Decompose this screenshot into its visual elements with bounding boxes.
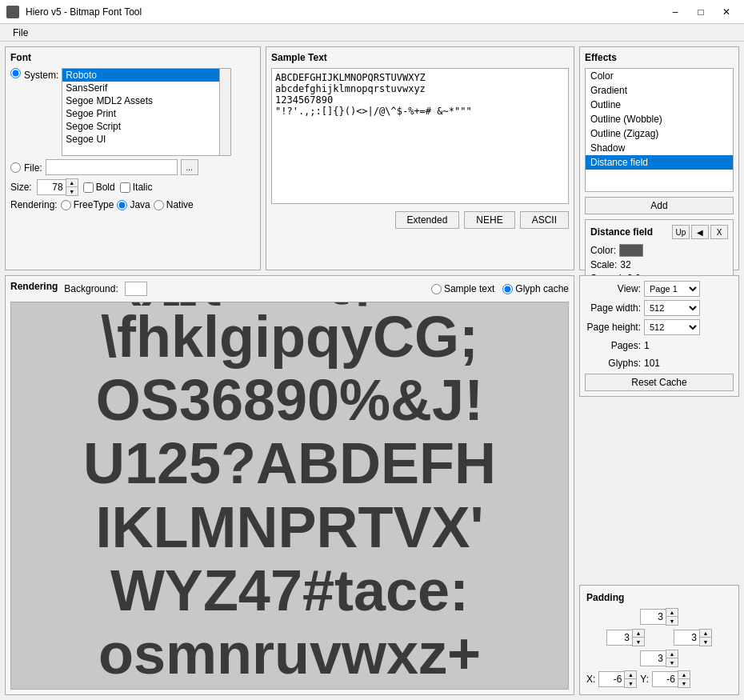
file-input[interactable] bbox=[46, 159, 178, 175]
padding-bottom-spinner[interactable]: ▲ ▼ bbox=[666, 650, 678, 667]
padding-top-down[interactable]: ▼ bbox=[666, 617, 678, 625]
padding-bottom-input[interactable] bbox=[640, 650, 666, 666]
color-row: Color: bbox=[590, 244, 728, 257]
font-list-scrollbar[interactable] bbox=[220, 68, 231, 156]
font-item-roboto[interactable]: Roboto bbox=[62, 69, 219, 82]
reset-cache-button[interactable]: Reset Cache bbox=[585, 374, 734, 391]
size-input[interactable]: 78 bbox=[37, 179, 66, 195]
effect-close-button[interactable]: X bbox=[710, 225, 728, 239]
bold-label[interactable]: Bold bbox=[83, 182, 115, 193]
padding-grid: ▲ ▼ ▲ ▼ bbox=[586, 608, 732, 667]
font-item-sansserif[interactable]: SansSerif bbox=[62, 82, 219, 94]
effect-color[interactable]: Color bbox=[586, 69, 733, 83]
java-radio[interactable] bbox=[117, 200, 127, 210]
menu-file[interactable]: File bbox=[6, 26, 34, 40]
padding-top-up[interactable]: ▲ bbox=[666, 609, 678, 617]
java-option[interactable]: Java bbox=[117, 199, 150, 210]
y-label: Y: bbox=[640, 674, 649, 685]
effect-up-button[interactable]: Up bbox=[672, 225, 690, 239]
native-radio[interactable] bbox=[154, 200, 164, 210]
scale-row: Scale: 32 bbox=[590, 259, 728, 270]
color-swatch[interactable] bbox=[619, 244, 643, 257]
padding-right-up[interactable]: ▲ bbox=[700, 630, 711, 638]
padding-left-down[interactable]: ▼ bbox=[633, 638, 644, 646]
size-spinner[interactable]: ▲ ▼ bbox=[66, 178, 78, 196]
x-down[interactable]: ▼ bbox=[625, 679, 636, 687]
sample-textarea[interactable]: ABCDEFGHIJKLMNOPQRSTUVWXYZ abcdefghijklm… bbox=[271, 68, 569, 204]
freetype-radio[interactable] bbox=[61, 200, 71, 210]
sample-text-option[interactable]: Sample text bbox=[431, 283, 494, 294]
effect-prev-button[interactable]: ◀ bbox=[691, 225, 709, 239]
title-bar-left: Hiero v5 - Bitmap Font Tool bbox=[6, 6, 142, 18]
nehe-button[interactable]: NEHE bbox=[464, 211, 514, 229]
file-row: File: ... bbox=[10, 159, 255, 175]
size-up-button[interactable]: ▲ bbox=[66, 179, 78, 187]
padding-top-spinner[interactable]: ▲ ▼ bbox=[666, 608, 678, 626]
padding-right-down[interactable]: ▼ bbox=[700, 638, 711, 646]
page-width-row: Page width: 512 256 1024 bbox=[585, 300, 734, 316]
padding-left-input[interactable] bbox=[606, 630, 632, 646]
font-item-segoe-mdl2[interactable]: Segoe MDL2 Assets bbox=[62, 94, 219, 107]
extended-button[interactable]: Extended bbox=[395, 211, 460, 229]
system-radio[interactable] bbox=[10, 68, 21, 78]
glyph-cache-option[interactable]: Glyph cache bbox=[502, 283, 569, 294]
bg-color-swatch[interactable] bbox=[125, 282, 147, 296]
padding-bottom-row: ▲ ▼ bbox=[640, 650, 678, 667]
effect-shadow[interactable]: Shadow bbox=[586, 141, 733, 155]
page-height-row: Page height: 512 256 1024 bbox=[585, 319, 734, 335]
glyph-cache-radio[interactable] bbox=[502, 284, 513, 294]
pages-row: Pages: 1 bbox=[585, 338, 734, 353]
font-list[interactable]: Roboto SansSerif Segoe MDL2 Assets Segoe… bbox=[62, 68, 220, 156]
padding-top-row: ▲ ▼ bbox=[640, 608, 678, 626]
italic-checkbox[interactable] bbox=[120, 182, 130, 193]
effects-list[interactable]: Color Gradient Outline Outline (Wobble) … bbox=[585, 68, 734, 192]
pages-value: 1 bbox=[644, 338, 650, 353]
x-spinner[interactable]: ▲ ▼ bbox=[624, 670, 637, 688]
y-up[interactable]: ▲ bbox=[678, 671, 690, 679]
ascii-button[interactable]: ASCII bbox=[520, 211, 569, 229]
rendering-title: Rendering bbox=[10, 281, 58, 292]
font-item-segoe-script[interactable]: Segoe Script bbox=[62, 120, 219, 133]
system-label: System: bbox=[24, 68, 58, 81]
file-radio[interactable] bbox=[10, 162, 21, 173]
page-height-dropdown[interactable]: 512 256 1024 bbox=[644, 319, 700, 335]
x-up[interactable]: ▲ bbox=[625, 671, 636, 679]
y-down[interactable]: ▼ bbox=[678, 679, 690, 687]
effect-distance-field[interactable]: Distance field bbox=[586, 155, 733, 170]
window-controls: – □ ✕ bbox=[664, 3, 738, 21]
title-bar: Hiero v5 - Bitmap Font Tool – □ ✕ bbox=[0, 0, 744, 24]
sample-text-radio[interactable] bbox=[431, 284, 442, 294]
padding-bottom-group: ▲ ▼ bbox=[640, 650, 678, 667]
padding-left-up[interactable]: ▲ bbox=[633, 630, 644, 638]
italic-label[interactable]: Italic bbox=[120, 182, 153, 193]
y-input[interactable] bbox=[652, 671, 678, 687]
font-item-segoe-ui[interactable]: Segoe UI bbox=[62, 133, 219, 146]
padding-left-spinner[interactable]: ▲ ▼ bbox=[632, 629, 645, 646]
padding-top-input[interactable] bbox=[640, 609, 666, 625]
effect-outline-wobble[interactable]: Outline (Wobble) bbox=[586, 112, 733, 126]
x-input-group: ▲ ▼ bbox=[598, 670, 637, 688]
padding-bottom-up[interactable]: ▲ bbox=[666, 650, 678, 658]
close-button[interactable]: ✕ bbox=[715, 3, 738, 21]
effect-gradient[interactable]: Gradient bbox=[586, 83, 733, 98]
effect-outline-zigzag[interactable]: Outline (Zigzag) bbox=[586, 126, 733, 141]
padding-bottom-down[interactable]: ▼ bbox=[666, 658, 678, 666]
view-dropdown[interactable]: Page 1 Page 2 bbox=[644, 281, 700, 297]
minimize-button[interactable]: – bbox=[664, 3, 686, 21]
native-option[interactable]: Native bbox=[154, 199, 194, 210]
padding-right-input[interactable] bbox=[674, 630, 699, 646]
padding-right-spinner[interactable]: ▲ ▼ bbox=[699, 629, 712, 646]
browse-button[interactable]: ... bbox=[181, 159, 198, 175]
maximize-button[interactable]: □ bbox=[690, 3, 712, 21]
effect-outline[interactable]: Outline bbox=[586, 98, 733, 112]
add-effect-button[interactable]: Add bbox=[585, 197, 734, 214]
padding-middle-row: ▲ ▼ ▲ ▼ bbox=[606, 629, 712, 646]
freetype-option[interactable]: FreeType bbox=[61, 199, 114, 210]
size-down-button[interactable]: ▼ bbox=[66, 187, 78, 195]
page-width-dropdown[interactable]: 512 256 1024 bbox=[644, 300, 700, 316]
bold-checkbox[interactable] bbox=[83, 182, 94, 193]
x-input[interactable] bbox=[598, 671, 624, 687]
font-item-segoe-print[interactable]: Segoe Print bbox=[62, 107, 219, 120]
y-spinner[interactable]: ▲ ▼ bbox=[678, 670, 690, 688]
right-panel: View: Page 1 Page 2 Page width: 512 256 … bbox=[579, 275, 739, 695]
